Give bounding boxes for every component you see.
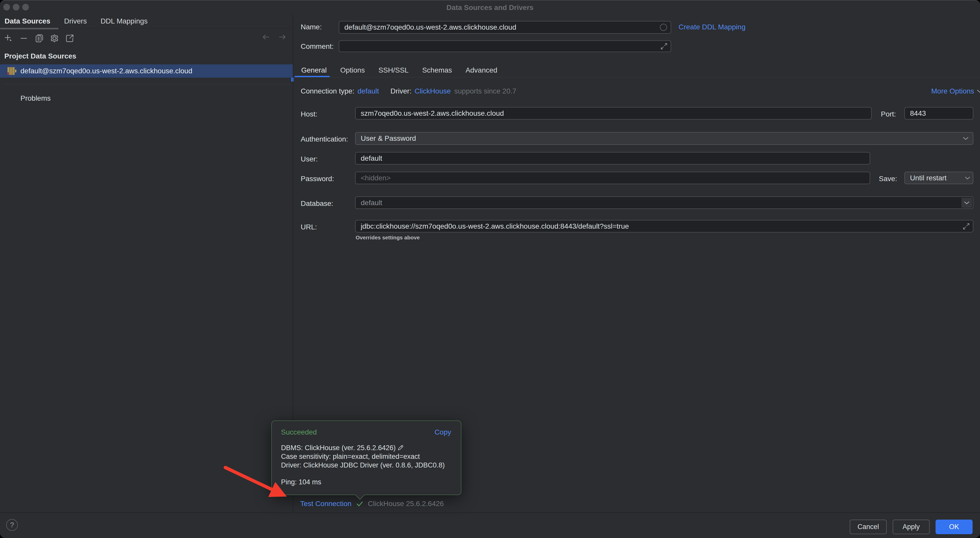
chevron-down-icon — [963, 137, 969, 140]
authentication-value: User & Password — [361, 134, 416, 143]
user-label: User: — [301, 155, 318, 163]
tab-ssh-ssl[interactable]: SSH/SSL — [379, 64, 409, 76]
tab-drivers[interactable]: Drivers — [64, 14, 87, 29]
save-select[interactable]: Until restart — [904, 172, 974, 184]
success-check-icon — [356, 500, 364, 508]
data-sources-dialog: Data Sources and Drivers Data Sources Dr… — [0, 0, 980, 538]
name-label: Name: — [301, 23, 321, 31]
forward-icon[interactable] — [277, 32, 287, 42]
password-label: Password: — [301, 175, 334, 183]
tab-advanced[interactable]: Advanced — [466, 64, 497, 76]
problems-node[interactable]: Problems — [21, 94, 51, 102]
create-ddl-mapping-link[interactable]: Create DDL Mapping — [679, 23, 746, 31]
host-label: Host: — [301, 110, 317, 118]
dbms-line: DBMS: ClickHouse (ver. 25.6.2.6426) — [281, 444, 396, 452]
tab-data-sources[interactable]: Data Sources — [5, 14, 50, 29]
save-label: Save: — [879, 175, 897, 183]
driver-line: Driver: ClickHouse JDBC Driver (ver. 0.8… — [281, 461, 451, 470]
data-source-row[interactable]: default@szm7oqed0o.us-west-2.aws.clickho… — [0, 64, 293, 78]
database-label: Database: — [301, 199, 333, 208]
driver-note: supports since 20.7 — [454, 87, 516, 95]
ping-line: Ping: 104 ms — [281, 478, 451, 486]
database-combobox[interactable]: default — [355, 196, 974, 209]
password-input[interactable] — [355, 172, 870, 184]
test-connection-link[interactable]: Test Connection — [300, 500, 352, 508]
help-button[interactable]: ? — [6, 519, 18, 531]
splitter-handle[interactable] — [291, 78, 294, 81]
project-data-sources-header: Project Data Sources — [4, 52, 76, 60]
user-input[interactable] — [355, 152, 870, 164]
database-dropdown-button[interactable] — [961, 198, 972, 208]
comment-label: Comment: — [301, 42, 334, 51]
expand-field-icon[interactable] — [962, 222, 970, 231]
url-note: Overrides settings above — [356, 234, 420, 240]
clickhouse-icon — [8, 67, 16, 75]
test-result-text: ClickHouse 25.6.2.6426 — [368, 500, 444, 508]
port-input[interactable] — [904, 107, 974, 119]
chevron-down-icon — [977, 89, 980, 93]
edit-pencil-icon[interactable] — [397, 444, 404, 451]
footer-divider — [0, 513, 980, 513]
connection-type-value[interactable]: default — [357, 87, 379, 95]
tab-ddl-mappings[interactable]: DDL Mappings — [101, 14, 148, 29]
data-source-name: default@szm7oqed0o.us-west-2.aws.clickho… — [21, 67, 192, 75]
status-succeeded: Succeeded — [281, 428, 317, 436]
remove-icon[interactable] — [18, 32, 30, 44]
apply-button[interactable]: Apply — [892, 520, 930, 534]
url-label: URL: — [301, 223, 317, 231]
cancel-button[interactable]: Cancel — [850, 520, 887, 534]
back-icon[interactable] — [261, 32, 271, 42]
url-input[interactable] — [355, 220, 974, 232]
tree-divider — [3, 84, 291, 84]
popup-notch — [355, 490, 365, 500]
ok-button[interactable]: OK — [935, 520, 973, 534]
more-options-link[interactable]: More Options — [931, 87, 980, 95]
expand-field-icon[interactable] — [660, 42, 668, 50]
port-label: Port: — [881, 110, 896, 118]
authentication-label: Authentication: — [301, 135, 348, 143]
annotation-arrow — [219, 462, 298, 505]
copy-link[interactable]: Copy — [434, 428, 451, 436]
duplicate-icon[interactable] — [33, 32, 45, 44]
window-title: Data Sources and Drivers — [0, 0, 980, 14]
host-input[interactable] — [355, 107, 872, 119]
tab-options[interactable]: Options — [340, 64, 365, 76]
tab-schemas[interactable]: Schemas — [422, 64, 452, 76]
save-value: Until restart — [910, 174, 947, 182]
data-source-toolbar — [3, 30, 76, 46]
chevron-down-icon — [965, 176, 970, 180]
test-connection-popup: Succeeded Copy DBMS: ClickHouse (ver. 25… — [271, 420, 461, 495]
chevron-down-icon — [964, 201, 969, 205]
driver-label: Driver: — [390, 87, 411, 95]
export-icon[interactable] — [64, 32, 76, 44]
left-tab-strip: Data Sources Drivers DDL Mappings — [0, 14, 293, 29]
settings-icon[interactable] — [49, 32, 60, 44]
connection-tab-strip: General Options SSH/SSL Schemas Advanced — [294, 64, 504, 76]
connection-type-label: Connection type: — [301, 87, 354, 95]
regenerate-name-icon[interactable] — [659, 23, 668, 32]
tab-general[interactable]: General — [301, 64, 327, 76]
title-bar: Data Sources and Drivers — [0, 0, 980, 14]
case-sensitivity-line: Case sensitivity: plain=exact, delimited… — [281, 452, 451, 461]
comment-input[interactable] — [339, 40, 671, 52]
database-value: default — [361, 199, 382, 207]
driver-value-link[interactable]: ClickHouse — [415, 87, 451, 95]
name-input[interactable] — [339, 21, 671, 34]
add-icon[interactable] — [3, 32, 14, 44]
authentication-select[interactable]: User & Password — [355, 132, 974, 145]
